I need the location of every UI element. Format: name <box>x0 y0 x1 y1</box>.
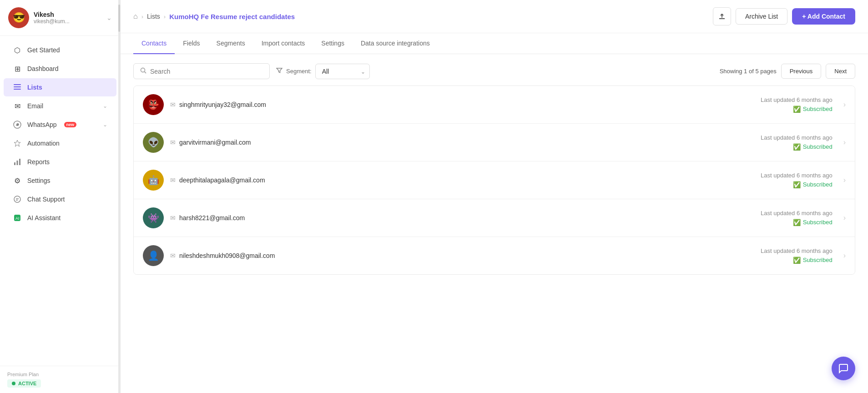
check-icon: ✅ <box>793 219 801 226</box>
sidebar-item-get-started[interactable]: ⬡ Get Started <box>4 41 116 59</box>
chevron-icon: ⌄ <box>103 121 107 128</box>
sidebar-item-label: Email <box>27 102 43 110</box>
table-row[interactable]: 🤖 ✉ deepthitalapagala@gmail.com Last upd… <box>134 161 855 199</box>
avatar: 👾 <box>143 207 164 228</box>
contact-email: deepthitalapagala@gmail.com <box>179 176 265 184</box>
avatar: 👽 <box>143 132 164 153</box>
plan-badge: ACTIVE <box>7 379 41 388</box>
last-updated: Last updated 6 months ago <box>761 247 833 254</box>
chevron-right-icon: › <box>843 101 846 109</box>
page-info-text: Showing 1 of 5 pages <box>720 68 777 75</box>
search-input[interactable] <box>150 68 263 75</box>
sidebar-item-label: Dashboard <box>27 65 59 72</box>
contact-email: singhmrityunjay32@gmail.com <box>179 101 266 108</box>
filter-icon <box>276 67 283 75</box>
tab-import-contacts[interactable]: Import contacts <box>253 33 313 54</box>
sidebar-item-label: Get Started <box>27 46 60 54</box>
avatar: 👤 <box>143 245 164 266</box>
status-text: Subscribed <box>803 181 833 188</box>
search-box[interactable] <box>133 63 270 79</box>
check-icon: ✅ <box>793 257 801 264</box>
sidebar-item-whatsapp[interactable]: WhatsApp new ⌄ <box>4 116 116 134</box>
chevron-icon: ⌄ <box>103 103 107 109</box>
breadcrumb-title: KumoHQ Fe Resume reject candidates <box>169 13 295 20</box>
email-icon: ✉ <box>170 139 176 146</box>
sidebar-item-chat-support[interactable]: Chat Support <box>4 190 116 208</box>
tab-contacts[interactable]: Contacts <box>133 33 175 54</box>
svg-rect-4 <box>14 162 15 165</box>
active-dot <box>12 382 15 385</box>
add-contact-button[interactable]: + Add Contact <box>792 8 855 25</box>
email-icon: ✉ <box>170 214 176 222</box>
tab-segments[interactable]: Segments <box>208 33 253 54</box>
last-updated: Last updated 6 months ago <box>761 172 833 179</box>
status-badge: ✅ Subscribed <box>793 106 833 113</box>
contact-email: garvitvirmani@gmail.com <box>179 139 251 146</box>
segment-select[interactable]: All Subscribed Unsubscribed <box>315 64 370 79</box>
check-icon: ✅ <box>793 181 801 188</box>
table-row[interactable]: 👺 ✉ singhmrityunjay32@gmail.com Last upd… <box>134 86 855 124</box>
chat-support-button[interactable] <box>832 357 855 380</box>
segment-select-wrapper: All Subscribed Unsubscribed <box>315 64 370 79</box>
get-started-icon: ⬡ <box>13 45 22 55</box>
plan-status: ACTIVE <box>18 381 36 386</box>
breadcrumb-sep2: › <box>164 13 166 20</box>
sidebar-item-settings[interactable]: ⚙ Settings <box>4 171 116 190</box>
email-icon: ✉ <box>170 176 176 184</box>
dashboard-icon: ⊞ <box>13 64 22 73</box>
home-icon[interactable]: ⌂ <box>133 12 138 20</box>
tab-data-source[interactable]: Data source integrations <box>353 33 438 54</box>
email-icon: ✉ <box>13 101 22 111</box>
table-row[interactable]: 👤 ✉ nileshdeshmukh0908@gmail.com Last up… <box>134 237 855 274</box>
pagination-info: Showing 1 of 5 pages Previous Next <box>720 64 855 79</box>
previous-button[interactable]: Previous <box>781 64 822 79</box>
status-text: Subscribed <box>803 257 833 263</box>
sidebar-item-email[interactable]: ✉ Email ⌄ <box>4 97 116 115</box>
chevron-down-icon: ⌄ <box>106 14 112 21</box>
contact-email-area: ✉ harsh8221@gmail.com <box>170 214 754 222</box>
user-name: Vikesh <box>34 11 102 18</box>
contact-email-area: ✉ garvitvirmani@gmail.com <box>170 139 754 146</box>
last-updated: Last updated 6 months ago <box>761 96 833 103</box>
contact-meta: Last updated 6 months ago ✅ Subscribed <box>761 172 833 189</box>
breadcrumb-lists[interactable]: Lists <box>147 13 160 20</box>
sidebar-item-ai-assistant[interactable]: AI AI Assistant <box>4 209 116 227</box>
sidebar-item-reports[interactable]: Reports <box>4 153 116 171</box>
sidebar-item-automation[interactable]: Automation <box>4 134 116 152</box>
sidebar-item-label: Automation <box>27 140 60 147</box>
ai-assistant-icon: AI <box>13 213 22 222</box>
sidebar: 😎 Vikesh vikesh@kum... ⌄ ⬡ Get Started ⊞… <box>0 0 121 393</box>
search-icon <box>140 67 146 75</box>
next-button[interactable]: Next <box>826 64 855 79</box>
last-updated: Last updated 6 months ago <box>761 210 833 217</box>
status-badge: ✅ Subscribed <box>793 219 833 226</box>
new-badge: new <box>64 122 77 127</box>
contact-meta: Last updated 6 months ago ✅ Subscribed <box>761 247 833 264</box>
svg-rect-6 <box>19 159 20 165</box>
contact-list: 👺 ✉ singhmrityunjay32@gmail.com Last upd… <box>133 86 855 275</box>
svg-rect-0 <box>14 84 21 85</box>
status-text: Subscribed <box>803 106 833 112</box>
sidebar-item-lists[interactable]: Lists <box>4 78 116 96</box>
contact-email-area: ✉ singhmrityunjay32@gmail.com <box>170 101 754 108</box>
svg-point-7 <box>14 196 20 202</box>
table-row[interactable]: 👽 ✉ garvitvirmani@gmail.com Last updated… <box>134 124 855 161</box>
table-row[interactable]: 👾 ✉ harsh8221@gmail.com Last updated 6 m… <box>134 199 855 237</box>
breadcrumb-sep: › <box>141 13 143 20</box>
sidebar-item-dashboard[interactable]: ⊞ Dashboard <box>4 60 116 78</box>
tab-settings[interactable]: Settings <box>313 33 353 54</box>
svg-rect-5 <box>17 161 18 165</box>
plan-label: Premium Plan <box>7 372 113 377</box>
filter-bar: Segment: All Subscribed Unsubscribed Sho… <box>133 63 855 79</box>
user-email: vikesh@kum... <box>34 18 102 25</box>
scrollbar[interactable] <box>118 0 120 393</box>
user-profile[interactable]: 😎 Vikesh vikesh@kum... ⌄ <box>0 0 120 36</box>
tab-fields[interactable]: Fields <box>175 33 208 54</box>
upload-button[interactable] <box>713 7 731 25</box>
chevron-right-icon: › <box>843 214 846 222</box>
contact-email: nileshdeshmukh0908@gmail.com <box>179 252 275 259</box>
sidebar-item-label: AI Assistant <box>27 214 61 222</box>
svg-rect-1 <box>14 86 21 87</box>
archive-list-button[interactable]: Archive List <box>736 8 787 25</box>
contact-email-area: ✉ nileshdeshmukh0908@gmail.com <box>170 252 754 259</box>
